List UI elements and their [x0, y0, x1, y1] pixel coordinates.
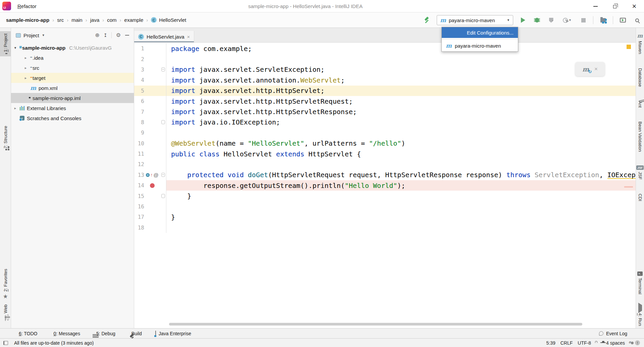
code-line-2[interactable]: 2 [134, 54, 636, 64]
line-number[interactable]: 4 [134, 77, 144, 83]
code-line-18[interactable]: 18 [134, 222, 636, 233]
event-log-button[interactable]: Event Log [599, 331, 627, 336]
code-text[interactable]: package com.example; [166, 43, 636, 54]
status-encoding[interactable]: UTF-8 [578, 340, 591, 346]
code-text[interactable]: response.getOutputStream().println("Hell… [166, 180, 636, 191]
chevron-down-icon[interactable]: ▼ [42, 34, 45, 37]
line-number[interactable]: 8 [134, 119, 144, 126]
close-tab-icon[interactable]: × [187, 34, 190, 40]
tree-item-pom-xml[interactable]: mpom.xml [11, 83, 134, 93]
line-number[interactable]: 15 [134, 193, 144, 199]
code-line-4[interactable]: 4import javax.servlet.annotation.WebServ… [134, 75, 636, 85]
tree-expand-arrow[interactable]: ▸ [23, 56, 28, 60]
code-line-9[interactable]: 9 [134, 128, 636, 138]
code-text[interactable] [166, 54, 636, 64]
tool-window-button-cdi[interactable]: CDI [636, 189, 644, 203]
status-indent-setting[interactable]: 4 spaces [606, 340, 625, 346]
breakpoint-icon[interactable] [150, 183, 155, 188]
code-line-13[interactable]: 13↑@− protected void doGet(HttpServletRe… [134, 170, 636, 180]
tool-window-button-favorites[interactable]: 2: Favorites★ [0, 266, 11, 302]
code-text[interactable]: protected void doGet(HttpServletRequest … [166, 170, 636, 180]
run-with-coverage-button[interactable] [547, 16, 555, 24]
tool-window-button-debug[interactable]: 5: Debug [94, 331, 115, 336]
menu-refactor[interactable]: Refactor [14, 0, 41, 12]
line-number[interactable]: 2 [134, 56, 144, 62]
search-everywhere-button[interactable] [633, 16, 641, 24]
project-panel-title[interactable]: Project [23, 33, 39, 38]
breadcrumb-class[interactable]: CHelloServlet [151, 17, 186, 23]
code-line-14[interactable]: 14 response.getOutputStream().println("H… [134, 180, 636, 191]
editor-area[interactable]: C HelloServlet.java × 1package com.examp… [134, 28, 636, 328]
tree-item--idea[interactable]: ▸.idea [11, 53, 134, 63]
tool-window-button-web[interactable]: Web [0, 302, 11, 324]
code-line-15[interactable]: 15 } [134, 191, 636, 201]
build-project-button[interactable] [423, 16, 431, 24]
tool-window-button-bean-validation[interactable]: Bean Validation [636, 117, 644, 154]
locate-file-button[interactable]: ⊕ [95, 33, 99, 38]
code-text[interactable] [166, 201, 636, 212]
tool-window-button-java-enterprise[interactable]: Java Enterprise [155, 331, 191, 336]
profiler-button[interactable]: ▼ [561, 16, 574, 24]
line-number[interactable]: 6 [134, 98, 144, 104]
code-text[interactable]: public class HelloServlet extends HttpSe… [166, 149, 636, 159]
code-line-12[interactable]: 12 [134, 159, 636, 169]
minimize-button[interactable] [586, 0, 605, 12]
code-text[interactable]: import java.io.IOException; [166, 117, 636, 128]
tree-item-sample-micro-app-iml[interactable]: sample-micro-app.iml [11, 93, 134, 103]
fold-start-marker[interactable]: − [161, 173, 165, 177]
breadcrumb-item[interactable]: java [90, 17, 100, 23]
tool-window-button-todo[interactable]: 6: TODO [16, 331, 38, 336]
line-number[interactable]: 17 [134, 214, 144, 220]
breadcrumb-item[interactable]: src [57, 17, 64, 23]
line-number[interactable]: 3 [134, 66, 144, 73]
line-number[interactable]: 9 [134, 130, 144, 136]
line-number[interactable]: 7 [134, 109, 144, 115]
code-text[interactable]: import javax.servlet.annotation.WebServl… [166, 75, 636, 85]
code-text[interactable] [166, 222, 636, 233]
line-number[interactable]: 18 [134, 225, 144, 231]
code-text[interactable]: } [166, 191, 636, 201]
code-line-3[interactable]: 3−import javax.servlet.ServletException; [134, 64, 636, 75]
tool-window-button-build[interactable]: Build [129, 331, 142, 336]
breadcrumb-item[interactable]: com [107, 17, 116, 23]
tree-collapse-arrow[interactable]: ▾ [13, 46, 17, 50]
breadcrumb-item[interactable]: sample-micro-app [6, 17, 49, 23]
inspection-status-marker[interactable] [627, 45, 631, 49]
tool-window-button-terminal[interactable]: >_Terminal [636, 269, 644, 297]
debug-button[interactable] [533, 16, 541, 24]
tool-window-button-database[interactable]: Database [636, 64, 644, 89]
code-line-8[interactable]: 8import java.io.IOException; [134, 117, 636, 128]
restore-button[interactable] [605, 0, 625, 12]
code-text[interactable]: import javax.servlet.http.HttpServlet; [166, 86, 636, 96]
services-button[interactable] [619, 16, 627, 24]
code-line-11[interactable]: 11public class HelloServlet extends Http… [134, 149, 636, 159]
tree-expand-arrow[interactable]: ▸ [23, 76, 28, 80]
status-caret-position[interactable]: 5:39 [546, 340, 555, 346]
fold-end-marker[interactable] [161, 194, 165, 198]
code-text[interactable] [166, 128, 636, 138]
tree-item-src[interactable]: ▸src [11, 63, 134, 73]
overriding-method-icon[interactable] [146, 173, 150, 177]
code-text[interactable]: import javax.servlet.http.HttpServletRes… [166, 106, 636, 117]
tree-expand-arrow[interactable]: ▸ [13, 106, 17, 110]
tool-window-button-messages[interactable]: 0: Messages [51, 331, 80, 336]
line-number[interactable]: 11 [134, 151, 144, 157]
tree-item-scratches-and-consoles[interactable]: ›Scratches and Consoles [11, 113, 134, 123]
code-text[interactable]: import javax.servlet.http.HttpServletReq… [166, 96, 636, 106]
code-text[interactable]: import javax.servlet.ServletException; [166, 64, 636, 75]
code-text[interactable]: @WebServlet(name = "HelloServlet", urlPa… [166, 138, 636, 149]
dismiss-icon[interactable]: × [594, 66, 598, 72]
line-number[interactable]: 1 [134, 45, 144, 52]
code-line-7[interactable]: 7import javax.servlet.http.HttpServletRe… [134, 106, 636, 117]
tool-window-button-structure[interactable]: 7: Structure [0, 123, 11, 153]
code-line-5[interactable]: 5import javax.servlet.http.HttpServlet; [134, 86, 636, 96]
tree-item-external-libraries[interactable]: ▸External Libraries [11, 103, 134, 113]
status-line-ending[interactable]: CRLF [560, 340, 573, 346]
tool-window-button-maven[interactable]: mMaven [636, 31, 644, 56]
code-line-16[interactable]: 16 [134, 201, 636, 212]
code-text[interactable]: } [166, 212, 636, 222]
stop-button[interactable] [579, 16, 588, 24]
line-number[interactable]: 12 [134, 161, 144, 167]
code-line-6[interactable]: 6import javax.servlet.http.HttpServletRe… [134, 96, 636, 106]
hide-panel-button[interactable] [125, 35, 129, 36]
